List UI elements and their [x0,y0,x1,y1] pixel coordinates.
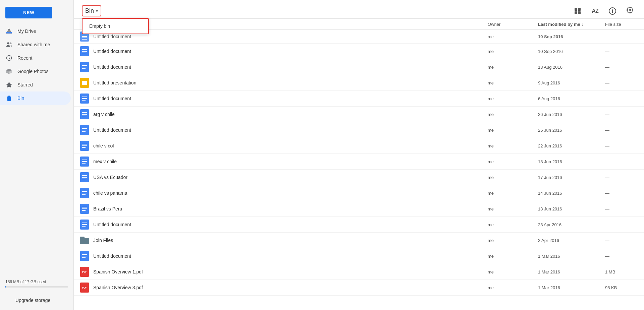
table-row[interactable]: PDF Spanish Overview 1.pdf me 1 Mar 2016… [74,264,644,280]
file-owner: me [488,222,538,227]
table-row[interactable]: Untitled document me 6 Aug 2016 — [74,91,644,107]
table-row[interactable]: PDF Spanish Overview 3.pdf me 1 Mar 2016… [74,280,644,296]
file-name: Untitled document [93,64,488,70]
table-row[interactable]: Brazil vs Peru me 13 Jun 2016 — [74,201,644,217]
sort-az-button[interactable]: AZ [589,5,601,17]
sidebar-item-starred[interactable]: Starred [0,78,71,91]
sidebar-item-label-recent: Recent [17,55,32,61]
file-modified: 13 Aug 2016 [538,65,605,70]
col-modified-header[interactable]: Last modified by me ↓ [538,21,605,27]
file-modified: 10 Sep 2016 [538,49,605,54]
file-owner: me [488,269,538,274]
main-content: Bin ▾ Empty bin AZ i [74,0,644,310]
file-modified: 26 Jun 2016 [538,112,605,117]
storage-bar [5,286,68,288]
file-name: arg v chile [93,112,488,117]
svg-point-12 [629,9,631,11]
recent-icon [5,54,13,62]
file-size: — [605,191,639,196]
grid-view-button[interactable] [572,5,584,17]
file-modified: 6 Aug 2016 [538,96,605,101]
table-row[interactable]: Join Files me 2 Apr 2016 — [74,233,644,248]
file-owner: me [488,159,538,164]
file-owner: me [488,96,538,101]
table-row[interactable]: Untitled document me 13 Aug 2016 — [74,59,644,75]
file-owner: me [488,112,538,117]
svg-rect-2 [6,32,12,34]
sidebar-item-label-starred: Starred [17,82,33,87]
file-owner: me [488,49,538,54]
file-owner: me [488,191,538,196]
header-title-area: Bin ▾ Empty bin [82,5,572,16]
table-row[interactable]: Untitled document me 1 Mar 2016 — [74,248,644,264]
table-row[interactable]: chile v col me 22 Jun 2016 — [74,138,644,154]
sidebar-item-my-drive[interactable]: My Drive [0,24,71,38]
file-icon [79,235,90,246]
header: Bin ▾ Empty bin AZ i [74,0,644,19]
settings-icon [627,7,633,15]
file-name: chile vs panama [93,190,488,196]
file-modified: 17 Jun 2016 [538,175,605,180]
file-icon: PDF [79,282,90,293]
table-row[interactable]: Untitled presentation me 9 Aug 2016 — [74,75,644,91]
table-row[interactable]: mex v chile me 18 Jun 2016 — [74,154,644,170]
settings-button[interactable] [624,5,636,17]
storage-bar-fill [5,286,6,288]
bin-dropdown-button[interactable]: Bin ▾ [82,5,101,16]
file-name: Untitled document [93,127,488,133]
bin-dropdown-label: Bin [85,7,94,14]
svg-point-4 [10,43,12,44]
table-row[interactable]: Untitled document me 25 Jun 2016 — [74,122,644,138]
upgrade-storage-button[interactable]: Upgrade storage [0,294,73,307]
sidebar-item-recent[interactable]: Recent [0,51,71,65]
file-size: — [605,80,639,85]
table-row[interactable]: chile vs panama me 14 Jun 2016 — [74,185,644,201]
sort-az-icon: AZ [592,8,598,14]
file-size: — [605,143,639,148]
file-row-partial[interactable]: Untitled document me 10 Sep 2016 — [74,30,644,44]
file-name: Untitled document [93,49,488,54]
upgrade-label: Upgrade storage [15,298,50,303]
file-modified: 9 Aug 2016 [538,80,605,85]
file-size: — [605,238,639,243]
file-size: — [605,206,639,211]
file-size: 1 MB [605,269,639,274]
file-modified: 1 Mar 2016 [538,269,605,274]
file-icon [79,156,90,167]
file-owner: me [488,128,538,133]
starred-icon [5,81,13,88]
file-modified: 25 Jun 2016 [538,128,605,133]
sidebar-item-bin[interactable]: Bin [0,91,71,105]
info-button[interactable]: i [606,5,619,17]
file-owner: me [488,80,538,85]
sidebar-item-shared[interactable]: Shared with me [0,38,71,51]
empty-bin-item[interactable]: Empty bin [83,20,148,32]
table-row[interactable]: arg v chile me 26 Jun 2016 — [74,107,644,122]
file-icon [79,125,90,135]
new-button[interactable]: NEW [5,7,52,18]
shared-icon [5,41,13,48]
dropdown-menu: Empty bin [82,18,149,34]
sidebar-nav: My Drive Shared with me Recent [0,24,73,272]
table-row[interactable]: Untitled document me 23 Apr 2016 — [74,217,644,233]
sidebar-item-label-shared: Shared with me [17,42,50,47]
file-size: — [605,96,639,101]
sidebar-item-label-photos: Google Photos [17,69,49,74]
table-row[interactable]: Untitled document me 10 Sep 2016 — [74,44,644,59]
file-name: chile v col [93,143,488,148]
file-owner: me [488,238,538,243]
table-row[interactable]: USA vs Ecuador me 17 Jun 2016 — [74,170,644,185]
file-icon [79,62,90,72]
file-icon [79,219,90,230]
file-name: Untitled document [93,253,488,259]
sort-arrow-icon: ↓ [582,21,584,27]
file-modified: 22 Jun 2016 [538,143,605,148]
photos-icon [5,68,13,75]
file-icon [79,46,90,57]
info-icon: i [609,7,616,15]
file-icon [79,203,90,214]
my-drive-icon [5,27,13,35]
sidebar-item-photos[interactable]: Google Photos [0,65,71,78]
file-name-partial: Untitled document [93,34,488,39]
header-icons: AZ i [572,5,636,17]
